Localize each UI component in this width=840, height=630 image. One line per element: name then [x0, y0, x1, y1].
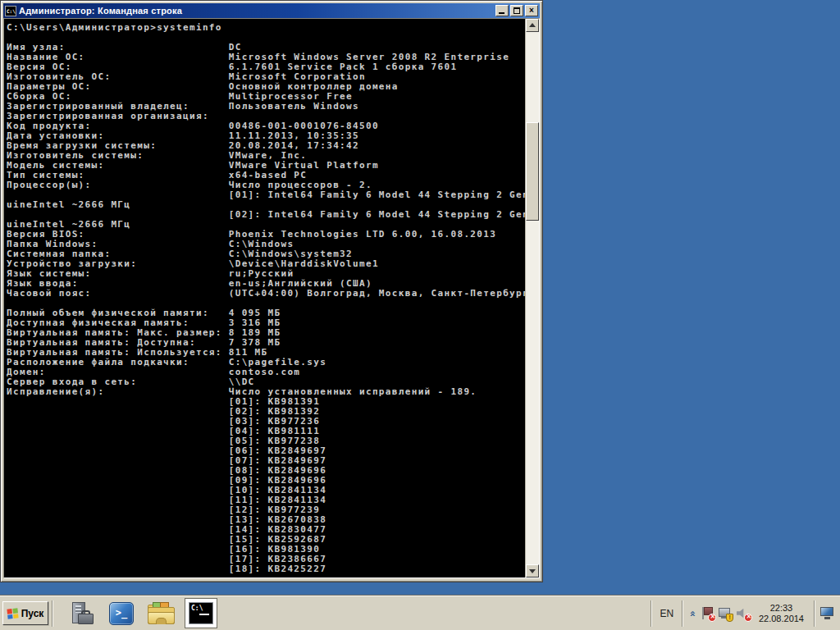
tray-separator	[814, 600, 815, 627]
tray-separator	[651, 600, 652, 627]
taskbar-item-command-prompt-active[interactable]: C:\	[185, 598, 217, 628]
scrollbar-thumb[interactable]	[526, 122, 539, 221]
taskbar-separator	[52, 600, 53, 627]
desktop[interactable]: C:\ Администратор: Командная строка × C:…	[0, 0, 840, 630]
folder-icon	[148, 602, 174, 624]
window-title: Администратор: Командная строка	[19, 6, 494, 16]
windows-logo-icon	[7, 608, 18, 619]
console-client-area: C:\Users\Администратор>systeminfo Имя уз…	[3, 18, 540, 578]
error-badge	[708, 614, 716, 622]
console-text: C:\Users\Администратор>systeminfo Имя уз…	[4, 19, 525, 574]
minimize-button[interactable]	[495, 5, 509, 16]
taskbar-item-powershell[interactable]: >_	[107, 600, 135, 628]
taskbar-item-server-manager[interactable]	[68, 600, 96, 628]
volume-icon[interactable]	[736, 606, 751, 621]
muted-badge	[744, 614, 752, 622]
powershell-icon: >_	[109, 602, 134, 625]
console-window: C:\ Администратор: Командная строка × C:…	[0, 0, 543, 582]
network-icon[interactable]	[718, 606, 733, 621]
language-indicator[interactable]: EN	[655, 608, 679, 619]
console-output[interactable]: C:\Users\Администратор>systeminfo Имя уз…	[4, 19, 525, 578]
restore-button[interactable]	[510, 5, 523, 16]
clock[interactable]: 22:33 22.08.2014	[752, 603, 810, 624]
clock-time: 22:33	[759, 603, 804, 614]
show-desktop-button[interactable]	[820, 607, 835, 620]
close-button[interactable]: ×	[525, 5, 538, 16]
scroll-up-button[interactable]	[526, 19, 539, 32]
start-button[interactable]: Пуск	[2, 601, 48, 625]
warning-badge	[726, 614, 733, 622]
taskbar-item-explorer[interactable]	[147, 600, 175, 628]
tray-separator	[682, 600, 683, 627]
show-hidden-icons-chevron[interactable]: »	[687, 610, 698, 617]
system-tray: EN » 22:33 22.08.2014	[647, 596, 840, 630]
clock-date: 22.08.2014	[759, 614, 804, 624]
cmd-icon: C:\	[189, 602, 213, 624]
action-center-flag-icon[interactable]	[700, 606, 714, 621]
titlebar[interactable]: C:\ Администратор: Командная строка ×	[3, 3, 540, 18]
server-manager-icon	[70, 601, 94, 626]
scroll-down-button[interactable]	[526, 564, 539, 578]
vertical-scrollbar[interactable]	[525, 19, 539, 578]
cmd-icon: C:\	[5, 6, 16, 16]
start-label: Пуск	[21, 608, 44, 619]
taskbar: Пуск >_ C:\ EN »	[0, 596, 840, 630]
